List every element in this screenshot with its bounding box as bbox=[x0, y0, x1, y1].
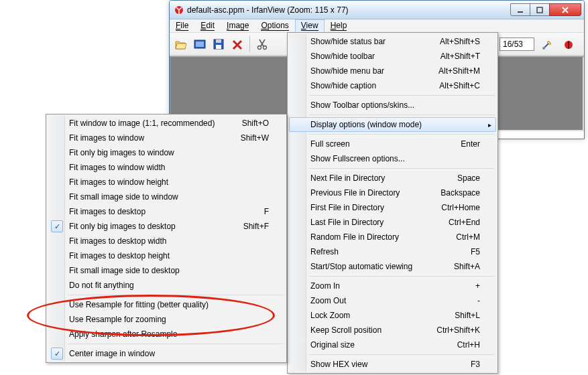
menu-item-label: Fit small image side to desktop bbox=[69, 266, 269, 275]
menu-item-label: Zoom In bbox=[310, 281, 475, 291]
view-menu-item[interactable]: First File in DirectoryCtrl+Home bbox=[289, 200, 496, 215]
menu-item-label: Start/Stop automatic viewing bbox=[310, 262, 454, 271]
menu-item-shortcut: Shift+F bbox=[243, 222, 269, 231]
menu-help[interactable]: Help bbox=[325, 19, 353, 32]
menu-item-shortcut: Ctrl+H bbox=[457, 340, 480, 350]
display-menu-item[interactable]: Fit images to desktop height bbox=[48, 248, 285, 263]
display-menu-item[interactable]: Fit images to windowShift+W bbox=[48, 131, 285, 145]
display-menu-item[interactable]: Do not fit anything bbox=[48, 278, 285, 293]
display-menu-item[interactable]: Fit images to desktopF bbox=[48, 204, 285, 219]
menu-options[interactable]: Options bbox=[255, 19, 294, 32]
menu-item-label: Center image in window bbox=[69, 349, 269, 358]
svg-point-10 bbox=[542, 47, 545, 50]
menu-item-shortcut: Shift+O bbox=[242, 119, 269, 128]
menu-item-label: Refresh bbox=[310, 247, 471, 256]
menu-item-label: Previous File in Directory bbox=[310, 188, 440, 198]
menu-separator bbox=[68, 344, 284, 344]
slideshow-icon[interactable] bbox=[191, 35, 209, 53]
view-menu-item[interactable]: Last File in DirectoryCtrl+End bbox=[289, 215, 496, 230]
view-menu-item[interactable]: Zoom In+ bbox=[289, 279, 496, 293]
view-menu-item[interactable]: Show/hide toolbarAlt+Shift+T bbox=[289, 49, 496, 64]
menu-item-label: Full screen bbox=[310, 139, 461, 149]
view-menu-item[interactable]: Original sizeCtrl+H bbox=[289, 338, 496, 352]
ladybug-icon[interactable] bbox=[560, 35, 577, 53]
cut-icon[interactable] bbox=[253, 35, 271, 53]
view-menu-item[interactable]: Keep Scroll positionCtrl+Shift+K bbox=[289, 323, 496, 338]
display-menu-item[interactable]: Fit only big images to window bbox=[48, 145, 285, 160]
minimize-button[interactable] bbox=[510, 3, 530, 16]
display-menu-item[interactable]: Fit small image side to desktop bbox=[48, 263, 285, 278]
view-menu-item[interactable]: RefreshF5 bbox=[289, 244, 496, 259]
menu-item-shortcut: Alt+Shift+T bbox=[440, 52, 480, 61]
menu-view[interactable]: View bbox=[295, 19, 325, 32]
menu-item-label: Random File in Directory bbox=[310, 232, 456, 242]
menu-item-label: Fit images to window height bbox=[69, 177, 269, 187]
view-menu-item[interactable]: Previous File in DirectoryBackspace bbox=[289, 185, 496, 200]
view-menu-item[interactable]: Show Toolbar options/skins... bbox=[289, 98, 496, 112]
menu-item-label: Fit window to image (1:1, recommended) bbox=[69, 119, 242, 128]
menubar: File Edit Image Options View Help bbox=[170, 19, 584, 33]
delete-icon[interactable] bbox=[229, 35, 246, 53]
display-menu-item[interactable]: Apply sharpen after Resample bbox=[48, 327, 285, 342]
display-menu-item[interactable]: ✓Fit only big images to desktopShift+F bbox=[48, 219, 285, 234]
display-menu-item[interactable]: Fit small image side to window bbox=[48, 190, 285, 204]
view-menu-item[interactable]: Show/hide captionAlt+Shift+C bbox=[289, 78, 496, 93]
view-menu-item[interactable]: Display options (window mode)▸ bbox=[289, 117, 496, 132]
view-menu-item[interactable]: Start/Stop automatic viewingShift+A bbox=[289, 259, 496, 274]
display-menu-item[interactable]: Fit window to image (1:1, recommended)Sh… bbox=[48, 116, 285, 131]
menu-item-shortcut: Ctrl+Home bbox=[441, 203, 480, 212]
menu-item-shortcut: Ctrl+End bbox=[449, 218, 480, 227]
view-menu-item[interactable]: Zoom Out- bbox=[289, 293, 496, 308]
menu-item-label: Show Fullscreen options... bbox=[310, 154, 480, 163]
view-menu-item[interactable]: Full screenEnter bbox=[289, 137, 496, 151]
display-options-submenu: Fit window to image (1:1, recommended)Sh… bbox=[46, 114, 287, 363]
menu-item-label: Show/hide menu bar bbox=[310, 66, 438, 76]
menu-item-label: Show/hide status bar bbox=[310, 37, 440, 46]
maximize-button[interactable] bbox=[530, 3, 550, 16]
open-icon[interactable] bbox=[172, 35, 190, 53]
menu-item-label: First File in Directory bbox=[310, 203, 441, 212]
page-input[interactable] bbox=[499, 38, 534, 51]
menu-item-shortcut: F5 bbox=[471, 247, 480, 256]
menu-item-shortcut: Alt+Shift+M bbox=[438, 66, 480, 76]
svg-point-9 bbox=[263, 46, 267, 49]
settings-icon[interactable] bbox=[538, 35, 556, 53]
menu-item-shortcut: Ctrl+Shift+K bbox=[436, 325, 480, 335]
view-menu-item[interactable]: Show HEX viewF3 bbox=[289, 357, 496, 372]
display-menu-item[interactable]: Use Resample for zooming bbox=[48, 312, 285, 327]
menu-item-shortcut: F bbox=[264, 207, 269, 216]
svg-point-8 bbox=[258, 46, 261, 49]
display-menu-item[interactable]: Fit images to desktop width bbox=[48, 234, 285, 248]
close-button[interactable] bbox=[549, 3, 581, 16]
view-menu-item[interactable]: Random File in DirectoryCtrl+M bbox=[289, 230, 496, 244]
menu-item-label: Next File in Directory bbox=[310, 173, 457, 183]
view-menu-item[interactable]: Show/hide status barAlt+Shift+S bbox=[289, 34, 496, 49]
menu-edit[interactable]: Edit bbox=[194, 19, 221, 32]
menu-item-label: Lock Zoom bbox=[310, 311, 455, 320]
menu-item-label: Apply sharpen after Resample bbox=[69, 329, 269, 339]
menu-item-shortcut: Alt+Shift+C bbox=[439, 81, 480, 90]
check-icon: ✓ bbox=[51, 348, 63, 360]
display-menu-item[interactable]: ✓Center image in window bbox=[48, 346, 285, 361]
menu-item-label: Fit images to window width bbox=[69, 163, 269, 172]
menu-file[interactable]: File bbox=[170, 19, 194, 32]
menu-item-label: Fit images to desktop bbox=[69, 207, 264, 216]
titlebar[interactable]: default-asc.ppm - IrfanView (Zoom: 115 x… bbox=[170, 1, 584, 19]
view-menu-item[interactable]: Next File in DirectorySpace bbox=[289, 171, 496, 185]
display-menu-item[interactable]: Use Resample for fitting (better quality… bbox=[48, 297, 285, 312]
view-menu-item[interactable]: Show Fullscreen options... bbox=[289, 151, 496, 166]
menu-item-shortcut: Backspace bbox=[440, 188, 480, 198]
view-menu-item[interactable]: Lock ZoomShift+L bbox=[289, 308, 496, 323]
menu-item-shortcut: + bbox=[475, 281, 480, 291]
menu-separator bbox=[309, 95, 495, 96]
menu-item-shortcut: Alt+Shift+S bbox=[440, 37, 480, 46]
menu-separator bbox=[309, 276, 495, 277]
display-menu-item[interactable]: Fit images to window height bbox=[48, 175, 285, 190]
save-icon[interactable] bbox=[210, 35, 227, 53]
display-menu-item[interactable]: Fit images to window width bbox=[48, 160, 285, 175]
menu-item-shortcut: - bbox=[477, 296, 480, 305]
menu-item-label: Do not fit anything bbox=[69, 281, 269, 290]
menu-image[interactable]: Image bbox=[221, 19, 255, 32]
view-menu-item[interactable]: Show/hide menu barAlt+Shift+M bbox=[289, 64, 496, 78]
menu-separator bbox=[309, 354, 495, 355]
